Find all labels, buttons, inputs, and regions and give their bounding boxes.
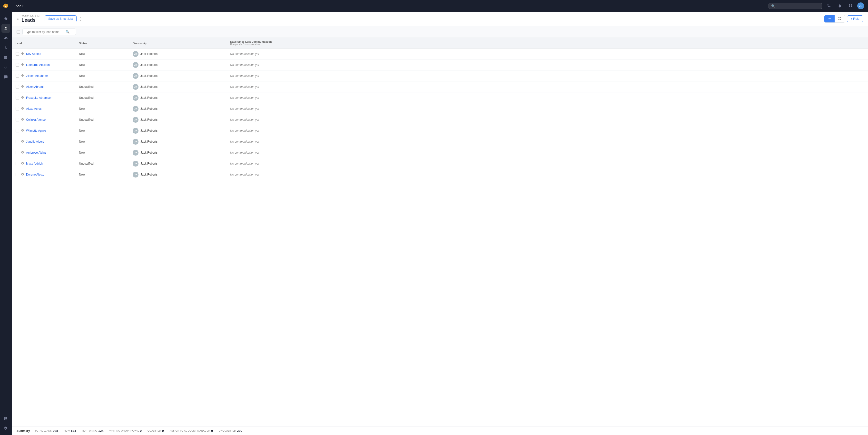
user-avatar[interactable]: JR: [857, 2, 864, 9]
lead-cell-11: Dorene Aleixo: [12, 169, 75, 180]
ownership-cell-0: JR Jack Roberts: [129, 49, 226, 60]
add-label: Add: [16, 4, 21, 8]
table-header: Lead ↑ Status Ownership Days Since Last …: [12, 38, 868, 49]
hamburger-icon[interactable]: ≡: [17, 17, 19, 21]
ownership-cell-2: JR Jack Roberts: [129, 70, 226, 82]
owner-name-11: Jack Roberts: [141, 173, 157, 176]
list-view-button[interactable]: [824, 15, 835, 23]
add-button[interactable]: Add ▾: [16, 4, 23, 8]
status-cell-4: Unqualified: [75, 92, 129, 103]
lead-filter-input[interactable]: [25, 30, 64, 34]
lead-cell-5: Alexa Acres: [12, 103, 75, 114]
sidebar: Z: [0, 0, 12, 435]
summary-assign: ASSIGN TO ACCOUNT MANAGER 0: [170, 429, 213, 433]
lead-name-5[interactable]: Alexa Acres: [26, 107, 41, 111]
ownership-cell-9: JR Jack Roberts: [129, 147, 226, 158]
lead-name-9[interactable]: Ambrose Aldins: [26, 151, 46, 154]
row-checkbox-5[interactable]: [16, 107, 19, 111]
lead-cell-0: Nev Abbets: [12, 49, 75, 60]
sidebar-item-settings[interactable]: [1, 424, 10, 433]
sidebar-item-messages[interactable]: [1, 73, 10, 82]
owner-name-3: Jack Roberts: [141, 85, 157, 89]
owner-avatar-1: JR: [133, 62, 138, 68]
row-checkbox-7[interactable]: [16, 129, 19, 132]
comm-cell-3: No communication yet: [226, 82, 868, 92]
owner-avatar-2: JR: [133, 73, 138, 79]
grid-view-button[interactable]: [835, 15, 845, 23]
grid-icon[interactable]: [846, 2, 854, 10]
svg-point-2: [5, 27, 6, 28]
comm-cell-8: No communication yet: [226, 136, 868, 147]
summary-total-leads: TOTAL LEADS 988: [35, 429, 58, 433]
page-header: ≡ WORKING LIST Leads Save as Smart List …: [12, 12, 868, 26]
sidebar-item-leads[interactable]: [1, 24, 10, 33]
status-cell-2: New: [75, 70, 129, 82]
sidebar-item-reports[interactable]: [1, 414, 10, 423]
lead-power-icon-0: [21, 52, 24, 56]
comm-cell-10: No communication yet: [226, 158, 868, 169]
save-smart-list-button[interactable]: Save as Smart List: [44, 15, 76, 22]
add-field-button[interactable]: + Field: [847, 15, 863, 22]
lead-cell-8: Janella Alberti: [12, 136, 75, 147]
status-cell-1: New: [75, 60, 129, 70]
sidebar-item-dashboard[interactable]: [1, 53, 10, 62]
comm-cell-5: No communication yet: [226, 103, 868, 114]
lead-name-8[interactable]: Janella Alberti: [26, 140, 44, 144]
sidebar-item-tasks[interactable]: [1, 63, 10, 72]
table-row: Dorene Aleixo New JR Jack Roberts No com…: [12, 169, 868, 180]
app-logo: Z: [2, 2, 10, 10]
global-search[interactable]: 🔍: [769, 3, 822, 9]
table-row: Janella Alberti New JR Jack Roberts No c…: [12, 136, 868, 147]
ownership-cell-6: JR Jack Roberts: [129, 114, 226, 125]
lead-filter-search[interactable]: 🔍: [23, 29, 76, 35]
filter-bar: 🔍: [12, 26, 868, 38]
col-header-lead: Lead ↑: [12, 38, 75, 49]
table-row: Celinka Afonso Unqualified JR Jack Rober…: [12, 114, 868, 125]
row-checkbox-10[interactable]: [16, 162, 19, 165]
breadcrumb-section: WORKING LIST Leads: [22, 14, 41, 23]
owner-avatar-0: JR: [133, 51, 138, 57]
row-checkbox-0[interactable]: [16, 52, 19, 56]
notifications-icon[interactable]: [836, 2, 844, 10]
lead-name-10[interactable]: Maxy Aldrich: [26, 162, 43, 165]
svg-text:Z: Z: [5, 5, 7, 7]
more-options-icon[interactable]: ⋮: [79, 16, 83, 22]
phone-icon[interactable]: [825, 2, 833, 10]
row-checkbox-3[interactable]: [16, 85, 19, 89]
comm-cell-11: No communication yet: [226, 169, 868, 180]
leads-table: Lead ↑ Status Ownership Days Since Last …: [12, 38, 868, 180]
row-checkbox-1[interactable]: [16, 63, 19, 67]
lead-name-11[interactable]: Dorene Aleixo: [26, 173, 44, 176]
ownership-cell-11: JR Jack Roberts: [129, 169, 226, 180]
col-header-status: Status: [75, 38, 129, 49]
owner-name-10: Jack Roberts: [141, 162, 157, 165]
comm-cell-0: No communication yet: [226, 49, 868, 60]
lead-name-1[interactable]: Leonardo Abbison: [26, 63, 50, 67]
lead-name-6[interactable]: Celinka Afonso: [26, 118, 45, 121]
lead-name-4[interactable]: Frasquito Abramson: [26, 96, 52, 99]
comm-cell-4: No communication yet: [226, 92, 868, 103]
select-all-checkbox[interactable]: [17, 30, 20, 34]
sidebar-item-home[interactable]: [1, 14, 10, 23]
row-checkbox-6[interactable]: [16, 118, 19, 121]
row-checkbox-8[interactable]: [16, 140, 19, 144]
lead-name-2[interactable]: Jilleen Abrahmer: [26, 74, 48, 77]
table-body: Nev Abbets New JR Jack Roberts No commun…: [12, 49, 868, 180]
lead-name-0[interactable]: Nev Abbets: [26, 52, 41, 56]
lead-name-3[interactable]: Alden Abrami: [26, 85, 43, 89]
sidebar-item-deals[interactable]: [1, 43, 10, 52]
owner-avatar-11: JR: [133, 172, 138, 178]
row-checkbox-11[interactable]: [16, 173, 19, 176]
sort-icon[interactable]: ↑: [24, 42, 25, 44]
sidebar-item-contacts[interactable]: [1, 34, 10, 42]
global-search-input[interactable]: [777, 4, 815, 7]
col-header-comm: Days Since Last Communication Everyone's…: [226, 38, 868, 49]
ownership-cell-4: JR Jack Roberts: [129, 92, 226, 103]
status-cell-10: Unqualified: [75, 158, 129, 169]
row-checkbox-9[interactable]: [16, 151, 19, 154]
row-checkbox-4[interactable]: [16, 96, 19, 99]
row-checkbox-2[interactable]: [16, 74, 19, 77]
lead-cell-6: Celinka Afonso: [12, 114, 75, 125]
lead-name-7[interactable]: Wilmette Agirre: [26, 129, 46, 132]
lead-power-icon-3: [21, 85, 24, 89]
